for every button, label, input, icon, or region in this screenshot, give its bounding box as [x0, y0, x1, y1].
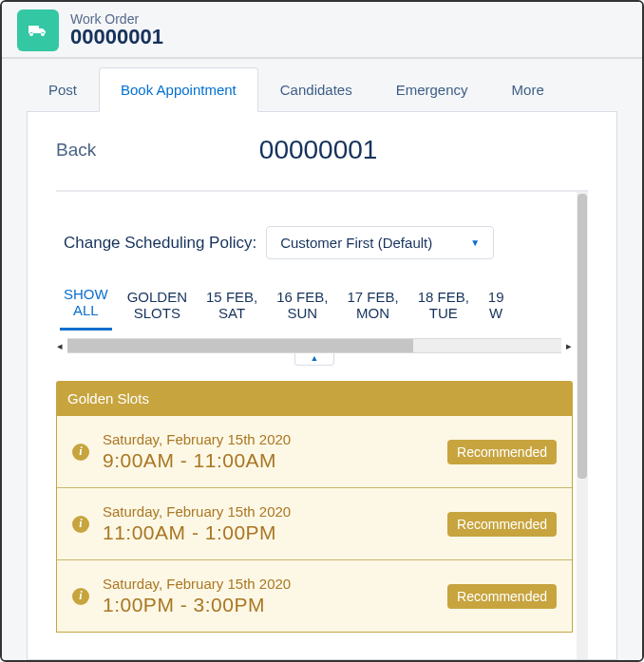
tab-emergency[interactable]: Emergency [374, 67, 490, 112]
day-tab-18-feb[interactable]: 18 FEB,TUE [414, 285, 473, 331]
tab-candidates[interactable]: Candidates [258, 67, 374, 112]
recommended-badge: Recommended [447, 512, 557, 537]
golden-slots-header: Golden Slots [56, 381, 573, 416]
golden-slots-list: i Saturday, February 15th 2020 9:00AM - … [56, 416, 573, 633]
day-tab-show-all[interactable]: SHOWALL [60, 282, 112, 331]
tab-content: Back 00000001 Change Scheduling Policy: … [27, 112, 617, 660]
info-icon[interactable]: i [72, 588, 89, 605]
app-frame: Work Order 00000001 Post Book Appointmen… [0, 0, 644, 662]
info-icon[interactable]: i [72, 444, 89, 461]
slot-row[interactable]: i Saturday, February 15th 2020 11:00AM -… [57, 487, 572, 559]
slot-time: 11:00AM - 1:00PM [103, 521, 434, 544]
recommended-badge: Recommended [447, 440, 557, 464]
day-tab-golden-slots[interactable]: GOLDENSLOTS [123, 285, 191, 331]
tab-post[interactable]: Post [27, 67, 99, 112]
day-tab-16-feb[interactable]: 16 FEB,SUN [273, 285, 331, 331]
tab-more[interactable]: More [490, 67, 566, 112]
slot-row[interactable]: i Saturday, February 15th 2020 1:00PM - … [57, 559, 572, 632]
breadcrumb-row: Back 00000001 [56, 135, 588, 165]
policy-selected-value: Customer First (Default) [280, 235, 432, 251]
work-order-icon [17, 9, 59, 51]
scroll-thumb[interactable] [67, 339, 413, 352]
slot-date: Saturday, February 15th 2020 [103, 576, 434, 592]
policy-label: Change Scheduling Policy: [64, 234, 256, 253]
day-tab-19-feb[interactable]: 19W [484, 285, 508, 331]
chevron-down-icon: ▼ [470, 237, 480, 248]
day-tab-17-feb[interactable]: 17 FEB,MON [343, 285, 402, 331]
scrollable-area: Change Scheduling Policy: Customer First… [56, 192, 588, 659]
slot-text: Saturday, February 15th 2020 11:00AM - 1… [103, 503, 434, 544]
day-tab-scrollbar[interactable]: ◂ ▸ [56, 338, 577, 353]
tab-book-appointment[interactable]: Book Appointment [99, 67, 258, 112]
policy-row: Change Scheduling Policy: Customer First… [56, 192, 573, 278]
day-tab-strip: SHOWALL GOLDENSLOTS 15 FEB,SAT 16 FEB,SU… [56, 278, 573, 334]
vertical-scroll-thumb[interactable] [578, 194, 587, 479]
record-number: 00000001 [70, 25, 163, 49]
back-link[interactable]: Back [56, 140, 96, 161]
tab-strip: Post Book Appointment Candidates Emergen… [27, 66, 617, 112]
record-header: Work Order 00000001 [2, 2, 642, 59]
slot-time: 9:00AM - 11:00AM [103, 449, 434, 472]
slot-date: Saturday, February 15th 2020 [103, 431, 434, 447]
policy-select[interactable]: Customer First (Default) ▼ [266, 226, 494, 259]
scroll-right-icon[interactable]: ▸ [561, 340, 577, 352]
body: Post Book Appointment Candidates Emergen… [2, 59, 642, 660]
recommended-badge: Recommended [447, 584, 557, 609]
day-tab-15-feb[interactable]: 15 FEB,SAT [202, 285, 261, 331]
scroll-left-icon[interactable]: ◂ [56, 340, 67, 352]
page-title: 00000001 [96, 135, 540, 165]
info-icon[interactable]: i [72, 516, 89, 533]
slot-text: Saturday, February 15th 2020 1:00PM - 3:… [103, 576, 434, 616]
collapse-handle[interactable]: ▲ [294, 353, 334, 366]
slot-text: Saturday, February 15th 2020 9:00AM - 11… [103, 431, 434, 472]
record-header-text: Work Order 00000001 [70, 11, 163, 49]
vertical-scrollbar[interactable] [577, 192, 588, 659]
slot-date: Saturday, February 15th 2020 [103, 503, 434, 520]
slot-row[interactable]: i Saturday, February 15th 2020 9:00AM - … [57, 416, 572, 487]
slot-time: 1:00PM - 3:00PM [103, 594, 434, 616]
truck-icon [27, 19, 49, 42]
scroll-track[interactable] [67, 338, 561, 353]
